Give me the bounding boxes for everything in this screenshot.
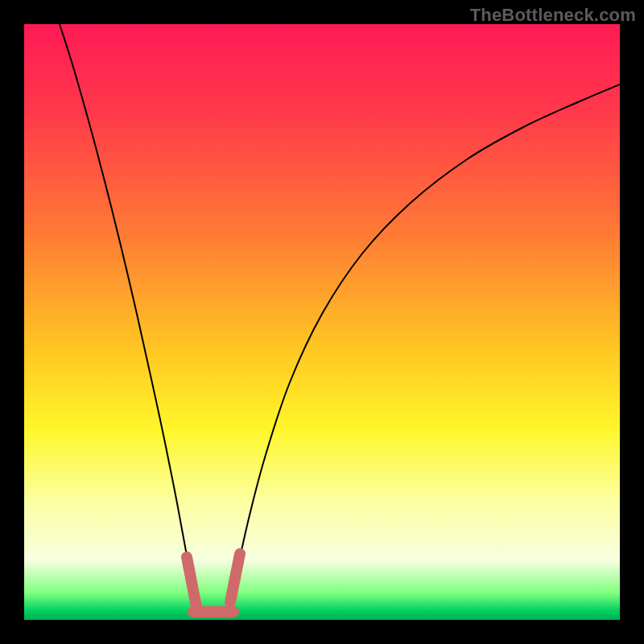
chart-container: TheBottleneck.com — [0, 0, 644, 644]
plot-area — [24, 24, 620, 620]
watermark-label: TheBottleneck.com — [470, 5, 636, 26]
chart-svg — [24, 24, 620, 620]
gradient-background — [24, 24, 620, 620]
